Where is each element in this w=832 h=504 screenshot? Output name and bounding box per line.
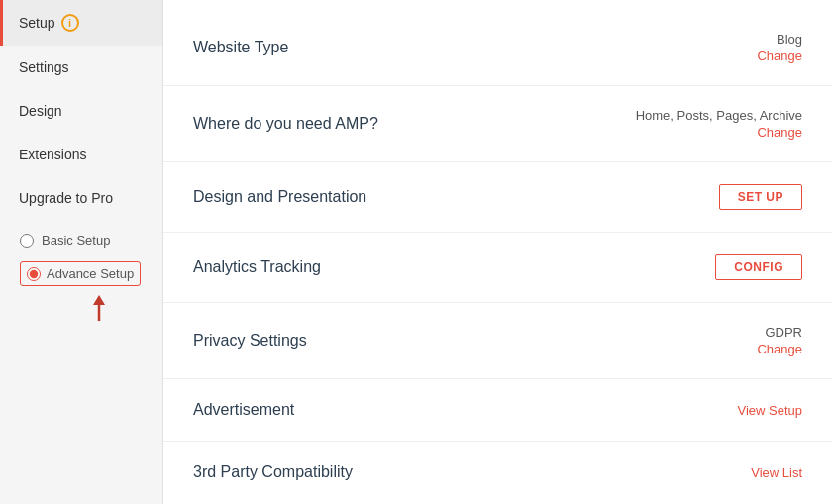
radio-basic-label: Basic Setup	[42, 233, 110, 248]
website-type-change-link[interactable]: Change	[757, 49, 802, 63]
sidebar-setup-label: Setup	[19, 15, 55, 31]
sidebar-item-extensions[interactable]: Extensions	[0, 133, 162, 176]
amp-pages-text: Home, Posts, Pages, Archive	[636, 108, 802, 123]
radio-advance-input[interactable]	[27, 267, 41, 281]
website-type-value: Blog Change	[757, 32, 802, 63]
svg-marker-1	[93, 295, 105, 305]
design-presentation-value: SET UP	[719, 184, 802, 210]
third-party-view-link[interactable]: View List	[751, 465, 802, 480]
radio-basic-input[interactable]	[20, 234, 34, 248]
sidebar-item-settings[interactable]: Settings	[0, 46, 162, 89]
sidebar-radio-group: Basic Setup Advance Setup	[0, 220, 162, 335]
row-privacy-settings: Privacy Settings GDPR Change	[163, 303, 832, 379]
advertisement-view-link[interactable]: View Setup	[737, 403, 802, 418]
radio-basic-option[interactable]: Basic Setup	[20, 228, 147, 252]
analytics-tracking-value: CONFIG	[715, 254, 802, 280]
row-website-type: Website Type Blog Change	[163, 10, 832, 86]
radio-advance-label: Advance Setup	[47, 266, 134, 281]
radio-advance-option[interactable]: Advance Setup	[20, 256, 147, 291]
advertisement-value: View Setup	[737, 403, 802, 418]
analytics-config-button[interactable]: CONFIG	[715, 254, 802, 280]
website-type-label: Website Type	[193, 39, 288, 56]
sidebar: Setup i Settings Design Extensions Upgra…	[0, 0, 163, 504]
privacy-settings-value: GDPR Change	[757, 325, 802, 356]
website-type-text: Blog	[777, 32, 802, 47]
sidebar-item-design[interactable]: Design	[0, 89, 162, 133]
amp-pages-label: Where do you need AMP?	[193, 115, 378, 133]
sidebar-design-label: Design	[19, 103, 62, 119]
row-amp-pages: Where do you need AMP? Home, Posts, Page…	[163, 86, 832, 162]
row-advertisement: Advertisement View Setup	[163, 379, 832, 442]
design-setup-button[interactable]: SET UP	[719, 184, 802, 210]
privacy-settings-change-link[interactable]: Change	[757, 342, 802, 356]
privacy-settings-text: GDPR	[765, 325, 802, 340]
sidebar-item-upgrade[interactable]: Upgrade to Pro	[0, 176, 162, 220]
sidebar-item-setup[interactable]: Setup i	[0, 0, 162, 46]
advertisement-label: Advertisement	[193, 401, 294, 419]
arrow-indicator	[20, 291, 147, 327]
design-presentation-label: Design and Presentation	[193, 188, 366, 206]
privacy-settings-label: Privacy Settings	[193, 332, 307, 350]
advance-option-box: Advance Setup	[20, 261, 141, 286]
amp-pages-change-link[interactable]: Change	[757, 125, 802, 140]
row-design-presentation: Design and Presentation SET UP	[163, 162, 832, 233]
sidebar-settings-label: Settings	[19, 59, 69, 75]
sidebar-upgrade-label: Upgrade to Pro	[19, 190, 113, 206]
analytics-tracking-label: Analytics Tracking	[193, 258, 321, 276]
row-third-party: 3rd Party Compatibility View List	[163, 442, 832, 503]
third-party-value: View List	[751, 465, 802, 480]
amp-pages-value: Home, Posts, Pages, Archive Change	[636, 108, 802, 140]
main-content: Website Type Blog Change Where do you ne…	[163, 0, 832, 504]
info-icon: i	[61, 14, 79, 32]
third-party-label: 3rd Party Compatibility	[193, 463, 353, 481]
sidebar-extensions-label: Extensions	[19, 147, 86, 162]
row-analytics-tracking: Analytics Tracking CONFIG	[163, 233, 832, 303]
